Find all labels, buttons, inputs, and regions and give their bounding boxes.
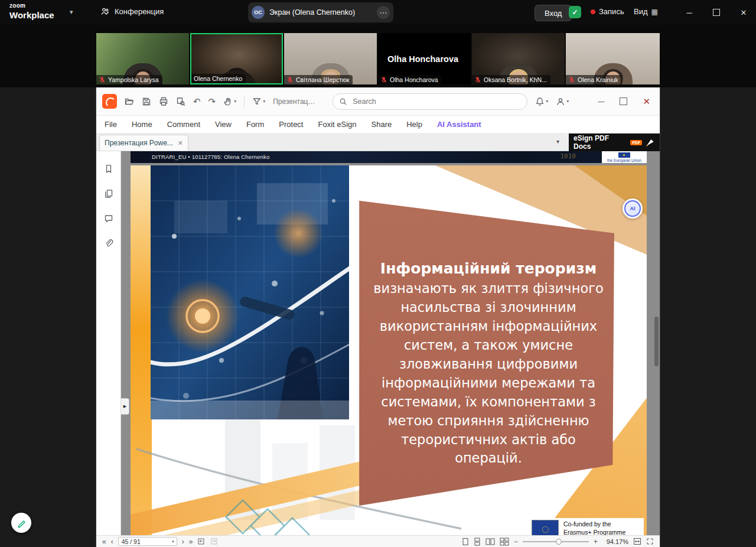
zoom-in-button[interactable]: + <box>594 538 598 545</box>
page-number-select[interactable]: 45 / 91 ▾ <box>118 537 177 546</box>
menu-file[interactable]: File <box>105 120 117 129</box>
signin-button[interactable]: Вход <box>535 5 572 21</box>
open-file-button[interactable] <box>125 97 134 106</box>
print-preview-button[interactable] <box>176 97 185 106</box>
comments-panel-icon[interactable] <box>104 214 113 223</box>
next-view-button[interactable] <box>210 538 219 545</box>
cofunded-line1: Co-funded by the <box>563 520 625 529</box>
menu-form[interactable]: Form <box>246 120 264 129</box>
slide-photo-collage <box>151 165 349 419</box>
folder-open-icon <box>125 97 134 106</box>
participant-display-name: Olha Honcharova <box>387 54 458 64</box>
notifications-button[interactable]: ▾ <box>535 97 548 106</box>
window-maximize-button[interactable] <box>706 0 726 25</box>
zoom-slider[interactable] <box>523 539 589 545</box>
menu-view[interactable]: View <box>215 120 232 129</box>
slide-left-orange-bar <box>131 165 152 535</box>
single-page-view-icon[interactable] <box>462 538 469 546</box>
hand-tool-icon <box>223 97 233 106</box>
meeting-menu[interactable]: Конференция <box>100 6 164 16</box>
shared-screen-tab[interactable]: ОС Экран (Olena Chernenko) ⋯ <box>248 2 393 22</box>
foxit-window-controls: ─ ✕ <box>598 96 654 107</box>
eu-label: the European Union <box>607 158 641 162</box>
bell-icon <box>535 97 545 106</box>
recording-label: Запись <box>599 7 624 16</box>
menu-comment[interactable]: Comment <box>167 120 200 129</box>
previous-page-sliver: DITRARI_EU • 101127785: Olena Chernenko … <box>131 151 647 163</box>
zoom-level-value[interactable]: 94.17% <box>602 538 628 545</box>
participant-tile-sherstiuk[interactable]: Світлана Шерстюк <box>284 33 377 84</box>
menu-home[interactable]: Home <box>132 120 152 129</box>
tab-close-icon[interactable]: ✕ <box>178 139 183 147</box>
logo-zoom-text: zoom <box>9 3 54 9</box>
facing-continuous-view-icon[interactable] <box>500 538 509 546</box>
window-minimize-button[interactable]: ─ <box>679 0 699 25</box>
eu-flag-icon <box>532 520 559 535</box>
save-button[interactable] <box>142 97 151 106</box>
last-page-button[interactable]: » <box>189 538 193 545</box>
bookmarks-panel-icon[interactable] <box>104 164 113 174</box>
redo-icon: ↷ <box>208 97 216 106</box>
document-tab[interactable]: Презентация Powe... ✕ <box>99 135 188 151</box>
menu-protect[interactable]: Protect <box>279 120 303 129</box>
foxit-minimize-button[interactable]: ─ <box>598 97 605 106</box>
share-tab-more-icon[interactable]: ⋯ <box>377 6 390 19</box>
first-page-button[interactable]: « <box>102 538 106 545</box>
foxit-menubar: File Home Comment View Form Protect Foxi… <box>96 116 660 134</box>
hand-tool-button[interactable]: ▾ <box>223 97 236 106</box>
sidebar-expand-handle[interactable]: ▶ <box>121 398 129 415</box>
foxit-close-button[interactable]: ✕ <box>643 96 650 107</box>
previous-page-button[interactable]: ‹ <box>111 538 113 545</box>
account-button[interactable]: ▾ <box>556 97 569 106</box>
menu-foxit-esign[interactable]: Foxit eSign <box>318 120 356 129</box>
continuous-view-icon[interactable] <box>474 538 481 546</box>
next-page-button[interactable]: › <box>182 538 184 545</box>
esign-promo-label: eSign PDF Docs <box>573 134 627 151</box>
menu-ai-assistant[interactable]: AI Assistant <box>437 120 481 129</box>
page-canvas[interactable]: DITRARI_EU • 101127785: Olena Chernenko … <box>121 151 660 535</box>
zoom-slider-thumb[interactable] <box>556 539 562 545</box>
funnel-icon <box>252 97 262 106</box>
zoom-out-button[interactable]: − <box>514 538 518 545</box>
participant-tile-chernenko-active[interactable]: Olena Chernenko <box>190 33 283 84</box>
quick-doc-label[interactable]: Презентаци... <box>273 97 317 106</box>
redo-button[interactable]: ↷ <box>208 97 216 106</box>
vertical-scrollbar[interactable] <box>654 317 659 366</box>
search-box[interactable] <box>333 93 527 110</box>
security-shield-icon[interactable]: ✓ <box>569 6 581 18</box>
printer-icon <box>159 97 168 106</box>
zoom-annotate-button[interactable] <box>11 513 31 533</box>
annotate-tool-button[interactable]: ▾ <box>252 97 265 106</box>
pages-panel-icon[interactable] <box>104 189 113 198</box>
facing-view-icon[interactable] <box>485 538 495 546</box>
view-button[interactable]: Вид ▦ <box>634 7 658 16</box>
search-input[interactable] <box>351 97 521 106</box>
participant-tile-krainiuk[interactable]: Olena Krainiuk <box>566 33 660 84</box>
participant-tile-yampolska[interactable]: Yampolska Larysa <box>96 33 189 84</box>
window-close-button[interactable]: ✕ <box>734 0 754 25</box>
foxit-maximize-button[interactable] <box>620 97 627 105</box>
menu-share[interactable]: Share <box>372 120 392 129</box>
toolbar-separator <box>244 96 245 108</box>
recording-indicator[interactable]: Запись <box>591 7 624 16</box>
fullscreen-button[interactable] <box>646 538 654 545</box>
participant-tile-honcharova[interactable]: Olha Honcharova Olha Honcharova <box>378 33 471 84</box>
foxit-toolbar: ↶ ↷ ▾ ▾ Презентаци... ▾ ▾ <box>96 87 660 116</box>
fit-width-button[interactable] <box>633 538 641 545</box>
foxit-logo-icon[interactable] <box>102 94 117 109</box>
tab-list-chevron-icon[interactable]: ▾ <box>556 138 559 145</box>
status-right-group: − + 94.17% <box>462 538 654 546</box>
previous-view-button[interactable] <box>197 538 206 545</box>
pdf-badge: PDF <box>630 140 642 145</box>
view-grid-icon: ▦ <box>651 8 658 16</box>
attachments-panel-icon[interactable] <box>104 239 113 248</box>
document-tab-bar: Презентация Powe... ✕ ▾ eSign PDF Docs P… <box>96 134 660 151</box>
esign-promo-banner[interactable]: eSign PDF Docs PDF <box>569 134 660 151</box>
workspace-chevron-down-icon[interactable]: ▾ <box>70 8 73 16</box>
ai-assistant-floating-button[interactable]: AI <box>623 198 643 219</box>
participant-tile-bortnik[interactable]: Oksana Bortnik, KhN... <box>472 33 565 84</box>
participant-name-label: Oksana Bortnik, KhN... <box>472 75 550 84</box>
undo-button[interactable]: ↶ <box>193 97 201 106</box>
print-button[interactable] <box>159 97 168 106</box>
menu-help[interactable]: Help <box>406 120 422 129</box>
